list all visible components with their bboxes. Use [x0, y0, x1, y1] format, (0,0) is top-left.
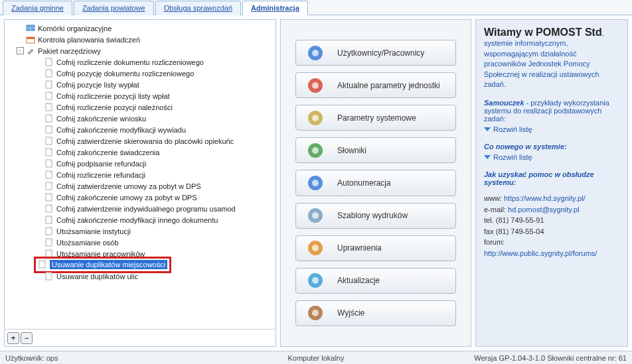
tree-item[interactable]: -Pakiet narzędziowy — [5, 45, 276, 56]
tree-item[interactable]: Cofnij rozliczenie dokumentu rozliczenio… — [5, 56, 276, 68]
tree-view[interactable]: Komórki organizacyjneKontrola planowania… — [5, 20, 276, 329]
status-version: Wersja GP-1.04-3-1.0 Słowniki centralne … — [474, 354, 627, 362]
svg-point-34 — [312, 180, 319, 186]
svg-rect-15 — [46, 171, 52, 178]
books-icon — [305, 141, 325, 160]
tree-toggle[interactable]: - — [17, 47, 24, 54]
tree-item[interactable]: Kontrola planowania świadczeń — [5, 34, 276, 45]
highlight-box: Usuwanie duplikatów miejscowości — [34, 257, 171, 274]
calc-icon — [305, 173, 325, 193]
collapse-all-button[interactable]: − — [21, 332, 33, 344]
tree-item[interactable]: Cofnij rozliczenie pozycji listy wpłat — [5, 90, 276, 101]
tree-item[interactable]: Cofnij zatwierdzenie indywidualnego prog… — [5, 203, 276, 214]
svg-point-42 — [312, 310, 319, 316]
tree-item[interactable]: Cofnij rozliczenie refundacji — [5, 169, 276, 180]
samouczek-heading: Samouczek - przykłady wykorzystania syst… — [484, 99, 619, 123]
tree-item[interactable]: Cofnij pozycję dokumentu rozliczeniowego — [5, 68, 276, 79]
nav-button-0[interactable]: Użytkownicy/Pracownicy — [295, 40, 456, 66]
tab-0[interactable]: Zadania gminne — [3, 1, 72, 15]
page-icon — [44, 148, 54, 157]
contact-block: www: https://www.hd.sygnity.pl/ e-mail: … — [484, 193, 619, 259]
cal-icon — [26, 35, 35, 44]
page-icon — [44, 170, 54, 180]
svg-rect-2 — [31, 29, 35, 30]
button-panel: Użytkownicy/PracownicyAktualne parametry… — [280, 19, 471, 347]
page-icon — [44, 103, 54, 112]
svg-rect-8 — [46, 92, 52, 99]
svg-point-30 — [312, 115, 319, 121]
email-link[interactable]: hd.pomost@sygnity.pl — [508, 206, 580, 213]
svg-point-26 — [312, 50, 319, 56]
tab-3[interactable]: Administracja — [242, 1, 308, 15]
nav-button-label: Parametry systemowe — [337, 113, 416, 123]
page-icon — [44, 159, 54, 168]
tree-item[interactable]: Komórki organizacyjne — [5, 23, 276, 34]
tool-icon — [26, 46, 35, 56]
tree-item[interactable]: Cofnij zakończenie świadczenia — [5, 147, 276, 158]
nav-button-label: Autonumeracja — [337, 178, 391, 188]
svg-rect-1 — [27, 29, 30, 30]
tree-item[interactable]: Utożsamianie instytucji — [5, 225, 276, 237]
svg-rect-21 — [46, 239, 52, 246]
tree-item[interactable]: Cofnij zakończenie modyfikacji wywiadu — [5, 124, 276, 135]
pomoc-heading: Jak uzyskać pomoc w obsłudze systemu: — [484, 170, 619, 186]
page-icon — [44, 227, 54, 236]
nav-button-1[interactable]: Aktualne parametry jednostki — [295, 72, 456, 98]
tabs-bar: Zadania gminneZadania powiatoweObsługa s… — [0, 0, 632, 15]
svg-rect-20 — [46, 227, 52, 235]
page-icon — [44, 69, 54, 78]
status-bar: Użytkownik: ops Komputer lokalny Wersja … — [0, 351, 632, 364]
svg-rect-17 — [46, 194, 52, 201]
welcome-panel: Witamy w POMOST Std, systemie informatyc… — [475, 19, 628, 347]
nav-button-3[interactable]: Słowniki — [295, 137, 456, 163]
svg-rect-14 — [46, 160, 52, 167]
page-icon — [44, 193, 54, 202]
tree-item[interactable]: Cofnij zakończenie modyfikacji innego do… — [5, 214, 276, 225]
page-icon — [44, 182, 54, 191]
tree-item[interactable]: Cofnij zatwierdzenie umowy za pobyt w DP… — [5, 180, 276, 192]
org-icon — [26, 24, 35, 33]
page-icon — [44, 91, 54, 101]
svg-rect-18 — [46, 205, 52, 212]
page-icon — [44, 137, 54, 146]
status-user: Użytkownik: ops — [5, 354, 58, 362]
refresh-icon — [305, 271, 325, 290]
tree-item[interactable]: Usuwanie duplikatów miejscowości — [5, 259, 276, 271]
nav-button-label: Szablony wydruków — [337, 211, 408, 220]
page-icon — [38, 260, 47, 269]
tree-item[interactable]: Utożsamianie osób — [5, 237, 276, 248]
svg-rect-11 — [46, 126, 52, 133]
tree-item[interactable]: Cofnij podpisanie refundacji — [5, 158, 276, 169]
expand-all-button[interactable]: + — [7, 332, 19, 344]
samouczek-expand[interactable]: Rozwiń listę — [484, 125, 619, 133]
nav-button-4[interactable]: Autonumeracja — [295, 170, 456, 196]
tree-item[interactable]: Cofnij zatwierdzenie skierowania do plac… — [5, 135, 276, 147]
tree-item[interactable]: Cofnij zakończenie umowy za pobyt w DPS — [5, 192, 276, 203]
tab-1[interactable]: Zadania powiatowe — [74, 1, 154, 15]
nav-button-5[interactable]: Szablony wydruków — [295, 203, 456, 229]
svg-point-32 — [312, 147, 319, 154]
tab-2[interactable]: Obsługa sprawozdań — [155, 1, 241, 15]
www-link[interactable]: https://www.hd.sygnity.pl/ — [504, 194, 586, 202]
page-icon — [44, 80, 54, 90]
nav-button-6[interactable]: Uprawnienia — [295, 235, 456, 261]
nav-button-7[interactable]: Aktualizacje — [295, 268, 456, 294]
svg-point-36 — [312, 212, 319, 219]
svg-rect-12 — [46, 137, 52, 145]
co-nowego-expand[interactable]: Rozwiń listę — [484, 153, 619, 161]
tree-item[interactable]: Cofnij rozliczenie pozycji należności — [5, 101, 276, 113]
tel-text: tel. (81) 749-55-91 — [484, 215, 619, 226]
tree-item[interactable]: Cofnij zakończenie wniosku — [5, 113, 276, 124]
tree-panel: Komórki organizacyjneKontrola planowania… — [4, 19, 276, 347]
svg-rect-9 — [46, 103, 52, 111]
nav-button-2[interactable]: Parametry systemowe — [295, 105, 456, 131]
forum-link[interactable]: http://www.public.sygnity.pl/forums/ — [484, 249, 597, 257]
page-icon — [44, 204, 54, 213]
svg-rect-24 — [46, 273, 52, 280]
page-icon — [44, 272, 54, 281]
chevron-down-icon — [484, 155, 491, 159]
printer-icon — [305, 206, 325, 225]
tree-item[interactable]: Cofnij pozycje listy wypłat — [5, 79, 276, 90]
svg-rect-13 — [46, 149, 52, 156]
nav-button-8[interactable]: Wyjście — [295, 300, 456, 326]
